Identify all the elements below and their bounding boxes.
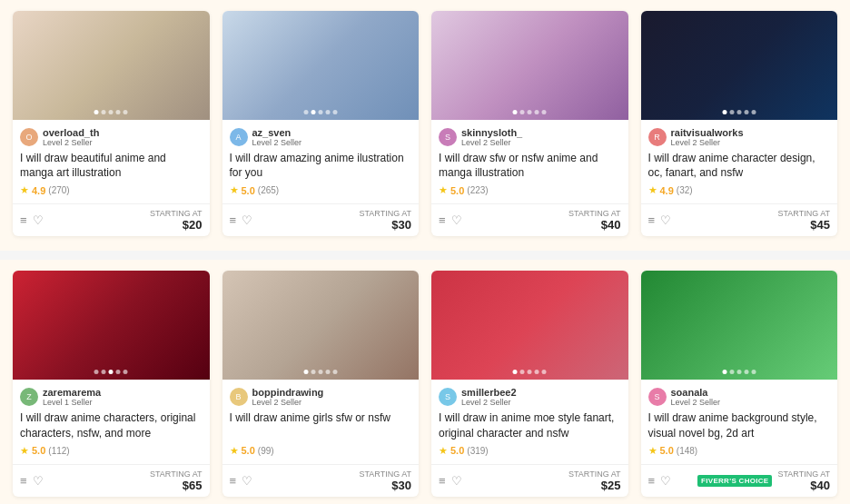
star-icon: ★ — [439, 184, 448, 196]
price-display: STARTING AT $20 — [150, 209, 203, 232]
footer-icons: ≡ ♡ — [439, 213, 462, 227]
image-dots — [303, 110, 337, 114]
card-section: O overload_th Level 2 Seller I will draw… — [0, 0, 850, 251]
seller-level: Level 2 Seller — [252, 138, 302, 147]
card-footer: ≡ ♡ STARTING AT $30 — [222, 464, 420, 497]
list-button[interactable]: ≡ — [230, 474, 237, 488]
heart-button[interactable]: ♡ — [660, 474, 671, 488]
price-area: STARTING AT $30 — [359, 469, 411, 492]
rating-value: 5.0 — [32, 445, 45, 456]
avatar: R — [648, 128, 667, 146]
rating-value: 5.0 — [450, 445, 464, 456]
dot — [318, 370, 322, 374]
rating-count: (319) — [467, 446, 488, 456]
image-dots — [722, 110, 756, 114]
list-button[interactable]: ≡ — [648, 213, 656, 227]
card-section: Z zaremarema Level 1 Seller I will draw … — [0, 260, 850, 504]
star-icon: ★ — [230, 445, 239, 457]
heart-button[interactable]: ♡ — [451, 474, 462, 488]
rating-row: ★ 5.0 (223) — [439, 184, 621, 196]
list-button[interactable]: ≡ — [230, 213, 237, 227]
rating-row: ★ 4.9 (270) — [20, 184, 203, 196]
gig-card: B boppindrawing Level 2 Seller I will dr… — [222, 271, 420, 496]
heart-button[interactable]: ♡ — [242, 474, 252, 488]
seller-info: boppindrawing Level 2 Seller — [252, 387, 324, 407]
seller-info: az_sven Level 2 Seller — [252, 127, 302, 147]
price-area: STARTING AT $65 — [150, 469, 203, 492]
avatar: S — [648, 388, 667, 406]
card-title[interactable]: I will draw anime characters, original c… — [20, 410, 203, 440]
rating-value: 5.0 — [242, 185, 255, 196]
card-body: S smillerbee2 Level 2 Seller I will draw… — [431, 380, 628, 463]
rating-count: (99) — [258, 446, 274, 456]
footer-icons: ≡ ♡ — [20, 474, 44, 488]
price-display: STARTING AT $65 — [150, 469, 203, 492]
list-button[interactable]: ≡ — [20, 213, 27, 227]
star-icon: ★ — [20, 184, 29, 196]
card-title[interactable]: I will draw beautiful anime and manga ar… — [20, 151, 203, 180]
card-image[interactable] — [222, 271, 420, 380]
rating-count: (265) — [258, 185, 279, 195]
card-footer: ≡ ♡ STARTING AT $40 — [431, 203, 628, 236]
heart-button[interactable]: ♡ — [33, 213, 44, 227]
card-image[interactable] — [431, 11, 628, 120]
rating-count: (112) — [48, 446, 69, 456]
card-title[interactable]: I will draw anime girls sfw or nsfw — [230, 410, 412, 440]
heart-button[interactable]: ♡ — [451, 213, 462, 227]
seller-name[interactable]: overload_th — [43, 127, 99, 138]
price-display: STARTING AT $30 — [359, 469, 411, 492]
card-image[interactable] — [641, 271, 838, 380]
card-title[interactable]: I will draw in anime moe style fanart, o… — [439, 410, 621, 440]
heart-button[interactable]: ♡ — [33, 474, 44, 488]
card-image[interactable] — [222, 11, 420, 120]
seller-name[interactable]: raitvisualworks — [671, 127, 744, 138]
seller-name[interactable]: skinnysloth_ — [461, 127, 522, 138]
heart-button[interactable]: ♡ — [242, 213, 252, 227]
list-button[interactable]: ≡ — [439, 213, 446, 227]
card-body: S skinnysloth_ Level 2 Seller I will dra… — [431, 120, 628, 203]
seller-name[interactable]: zaremarema — [43, 387, 101, 398]
footer-icons: ≡ ♡ — [20, 213, 44, 227]
rating-count: (148) — [677, 446, 697, 456]
card-title[interactable]: I will draw sfw or nsfw anime and manga … — [439, 151, 621, 180]
price-display: STARTING AT $45 — [777, 209, 830, 232]
price-value: $25 — [568, 479, 621, 492]
star-icon: ★ — [230, 184, 239, 196]
seller-name[interactable]: az_sven — [252, 127, 302, 138]
list-button[interactable]: ≡ — [439, 474, 446, 488]
dot — [332, 110, 337, 114]
starting-at-label: STARTING AT — [359, 469, 411, 479]
card-image[interactable] — [641, 11, 838, 120]
dot — [542, 110, 547, 114]
seller-name[interactable]: smillerbee2 — [461, 387, 517, 398]
seller-name[interactable]: soanala — [671, 387, 721, 398]
card-image[interactable] — [13, 11, 210, 120]
heart-button[interactable]: ♡ — [660, 213, 671, 227]
list-button[interactable]: ≡ — [648, 474, 656, 488]
card-image[interactable] — [431, 271, 628, 380]
card-footer: ≡ ♡ STARTING AT $45 — [641, 203, 838, 236]
price-value: $30 — [359, 218, 411, 232]
dot — [535, 370, 539, 374]
rating-value: 5.0 — [242, 445, 255, 456]
seller-level: Level 2 Seller — [461, 138, 522, 147]
card-title[interactable]: I will draw anime character design, oc, … — [648, 151, 831, 180]
card-image[interactable] — [13, 271, 210, 380]
gig-card: R raitvisualworks Level 2 Seller I will … — [641, 11, 838, 236]
seller-name[interactable]: boppindrawing — [252, 387, 324, 398]
avatar: S — [439, 388, 457, 406]
dot — [528, 370, 532, 374]
rating-row: ★ 5.0 (319) — [439, 445, 621, 457]
dot — [542, 370, 547, 374]
list-button[interactable]: ≡ — [20, 474, 27, 488]
price-area: STARTING AT $25 — [568, 469, 621, 492]
dot — [722, 370, 726, 374]
card-body: A az_sven Level 2 Seller I will draw ama… — [222, 120, 420, 203]
dot — [528, 110, 532, 114]
image-dots — [722, 370, 756, 374]
avatar: B — [230, 388, 248, 406]
card-title[interactable]: I will draw amazing anime ilustration fo… — [230, 151, 412, 180]
starting-at-label: STARTING AT — [359, 209, 411, 218]
card-title[interactable]: I will draw anime background style, visu… — [648, 410, 831, 440]
avatar: O — [20, 128, 38, 146]
